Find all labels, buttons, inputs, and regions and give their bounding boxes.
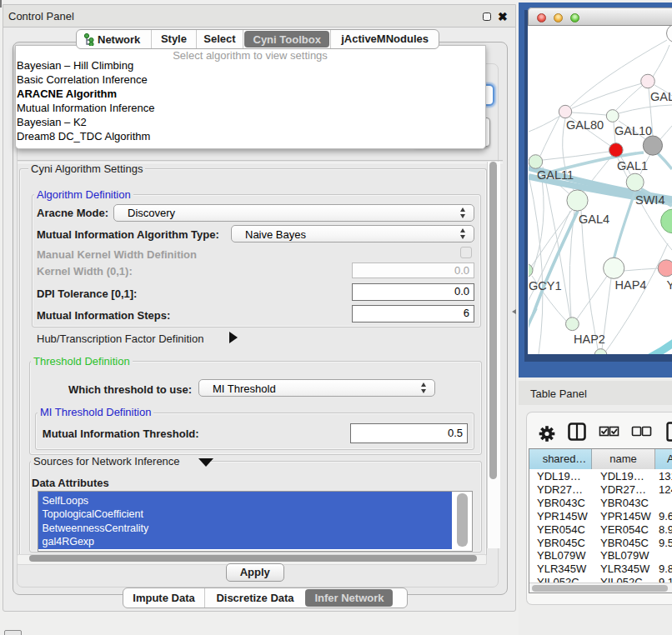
svg-text:GAL7: GAL7 <box>650 90 672 103</box>
svg-text:SWI4: SWI4 <box>635 193 664 207</box>
svg-text:HAP2: HAP2 <box>574 332 605 346</box>
svg-text:GAL10: GAL10 <box>614 124 652 138</box>
svg-text:GAL1: GAL1 <box>617 159 648 172</box>
svg-text:GAL80: GAL80 <box>566 118 604 132</box>
svg-text:GCY1: GCY1 <box>529 279 562 292</box>
svg-text:YEL: YEL <box>667 278 672 292</box>
svg-text:HAP4: HAP4 <box>615 278 647 292</box>
svg-text:GAL4: GAL4 <box>579 212 609 226</box>
svg-text:GAL11: GAL11 <box>537 168 574 182</box>
